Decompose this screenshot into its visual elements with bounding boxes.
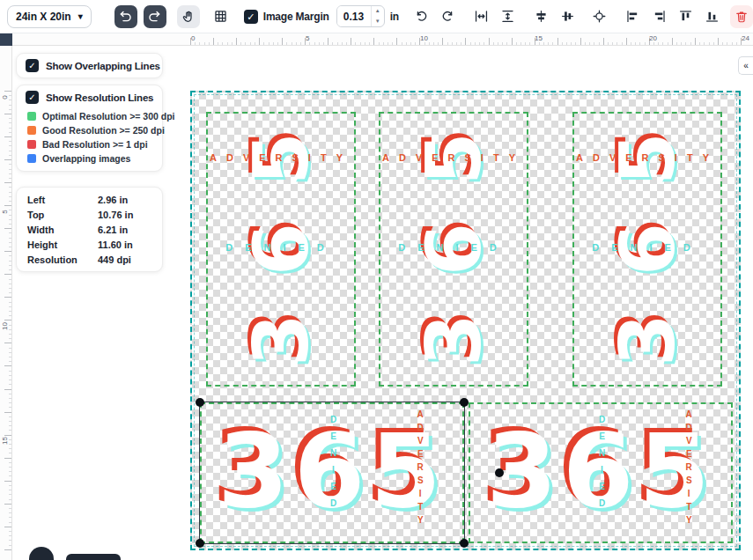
toolbar: 24in X 20in ▾ ✓ Image Margin ▲ ▼ in — [0, 0, 753, 33]
redo-icon — [147, 9, 162, 24]
undo-icon — [118, 9, 133, 24]
margin-unit-label: in — [390, 11, 399, 23]
ruler-v-label: 0 — [1, 92, 9, 104]
ruler-vertical: 0 5 10 15 — [0, 46, 12, 560]
align-top-icon — [678, 9, 693, 24]
design-digit: 3 — [410, 298, 497, 382]
ruler-v-label: 10 — [1, 321, 9, 333]
gang-sheet-artboard[interactable]: ADVERSITY DENIED 5 6 3 ADVERSITY DENIED … — [190, 91, 741, 550]
design-tile-1[interactable]: ADVERSITY DENIED 5 6 3 — [206, 112, 356, 387]
design-tile-5[interactable]: 365 DENIED ADVERSITY — [469, 402, 733, 543]
info-value: 2.96 in — [98, 195, 128, 205]
bad-resolution-label: Bad Resolution >= 1 dpi — [42, 139, 148, 150]
crosshair-icon — [592, 9, 607, 24]
align-center-vertical-icon — [560, 9, 575, 24]
image-margin-checkbox[interactable]: ✓ — [244, 10, 258, 24]
show-resolution-lines-checkbox[interactable]: ✓ — [26, 91, 39, 104]
pan-tool-button[interactable] — [177, 5, 200, 28]
horizontal-spacing-button[interactable] — [469, 5, 492, 28]
design-tile-4-selected[interactable]: 365 DENIED ADVERSITY — [200, 402, 464, 543]
rotate-right-button[interactable] — [436, 5, 459, 28]
overlapping-lines-panel: ✓ Show Overlapping Lines — [16, 53, 163, 78]
ruler-h-label: 0 — [191, 34, 195, 42]
info-value: 6.21 in — [98, 225, 128, 235]
align-right-button[interactable] — [647, 5, 670, 28]
info-row-width: Width 6.21 in — [17, 222, 162, 237]
design-word-adversity: ADVERSITY — [684, 409, 694, 528]
image-margin-label: Image Margin — [263, 11, 329, 23]
design-word-adversity: ADVERSITY — [416, 409, 425, 528]
vertical-spacing-icon — [500, 9, 515, 24]
grid-toggle-button[interactable] — [210, 5, 233, 28]
ruler-v-label: 5 — [1, 206, 9, 218]
align-right-icon — [652, 9, 667, 24]
optimal-resolution-swatch — [27, 112, 36, 121]
bad-resolution-swatch — [27, 140, 36, 149]
align-left-button[interactable] — [621, 5, 644, 28]
center-on-sheet-button[interactable] — [587, 5, 610, 28]
design-word-adversity: ADVERSITY — [574, 152, 720, 163]
ruler-h-label: 5 — [306, 34, 309, 42]
selection-handle-top-left[interactable] — [196, 398, 204, 407]
info-row-top: Top 10.76 in — [17, 207, 162, 222]
design-tile-3[interactable]: ADVERSITY DENIED 5 6 3 — [572, 112, 722, 387]
legend-item-bad: Bad Resolution >= 1 dpi — [17, 137, 162, 151]
hand-icon — [181, 10, 196, 24]
info-label: Height — [27, 239, 98, 250]
info-row-left: Left 2.96 in — [17, 192, 162, 207]
legend-item-overlap: Overlapping images — [17, 151, 162, 166]
info-row-resolution: Resolution 449 dpi — [17, 252, 162, 267]
ruler-h-label: 10 — [420, 34, 428, 42]
align-bottom-icon — [705, 9, 720, 24]
info-label: Top — [27, 210, 98, 220]
sidebar-collapse-button[interactable]: « — [738, 56, 753, 75]
sheet-size-value: 24in X 20in — [16, 11, 71, 23]
legend-item-good: Good Resolution >= 250 dpi — [17, 123, 162, 137]
overlapping-images-label: Overlapping images — [42, 153, 130, 164]
selection-info-panel: Left 2.96 in Top 10.76 in Width 6.21 in … — [16, 187, 163, 272]
align-center-horizontal-button[interactable] — [529, 5, 552, 28]
show-resolution-lines-label: Show Resolution Lines — [46, 92, 153, 103]
undo-button[interactable] — [114, 5, 137, 28]
selection-handle-bottom-left[interactable] — [196, 539, 204, 548]
vertical-spacing-button[interactable] — [496, 5, 519, 28]
align-left-icon — [625, 9, 640, 24]
margin-value-input[interactable] — [337, 6, 371, 26]
show-overlapping-lines-label: Show Overlapping Lines — [46, 61, 160, 71]
align-center-vertical-button[interactable] — [556, 5, 579, 28]
sheet-size-select[interactable]: 24in X 20in ▾ — [7, 5, 92, 28]
design-tile-2[interactable]: ADVERSITY DENIED 5 6 3 — [379, 112, 528, 387]
align-top-button[interactable] — [674, 5, 697, 28]
info-label: Width — [27, 225, 98, 235]
selection-handle-top-right[interactable] — [460, 398, 469, 407]
info-value: 11.60 in — [98, 239, 133, 250]
redo-button[interactable] — [144, 5, 166, 28]
design-word-denied: DENIED — [597, 415, 607, 515]
show-overlapping-lines-checkbox[interactable]: ✓ — [26, 59, 39, 72]
design-word-denied: DENIED — [380, 242, 527, 253]
stepper-up-icon[interactable]: ▲ — [372, 6, 384, 17]
info-value: 449 dpi — [98, 254, 131, 265]
chevron-down-icon: ▾ — [78, 11, 83, 21]
ruler-horizontal: 0 5 10 15 20 24 — [12, 33, 753, 46]
design-word-denied: DENIED — [329, 415, 338, 515]
ruler-v-label: 15 — [1, 435, 9, 447]
align-bottom-button[interactable] — [700, 5, 723, 28]
resolution-lines-panel: ✓ Show Resolution Lines Optimal Resoluti… — [16, 85, 163, 172]
info-value: 10.76 in — [98, 210, 133, 220]
design-digit: 3 — [604, 298, 690, 382]
design-word-denied: DENIED — [574, 242, 720, 253]
rotate-left-icon — [414, 9, 429, 24]
selection-handle-center[interactable] — [495, 468, 504, 477]
stepper-down-icon[interactable]: ▼ — [372, 17, 384, 27]
selection-handle-bottom-right[interactable] — [460, 539, 469, 548]
delete-button[interactable] — [730, 5, 753, 28]
ruler-corner — [0, 33, 12, 46]
legend-item-optimal: Optimal Resolution >= 300 dpi — [17, 109, 162, 123]
optimal-resolution-label: Optimal Resolution >= 300 dpi — [42, 111, 175, 122]
rotate-left-button[interactable] — [410, 5, 432, 28]
info-label: Resolution — [27, 254, 98, 265]
ruler-h-label: 20 — [649, 34, 657, 42]
bottom-action-button[interactable] — [66, 554, 121, 560]
design-word-denied: DENIED — [208, 242, 354, 253]
